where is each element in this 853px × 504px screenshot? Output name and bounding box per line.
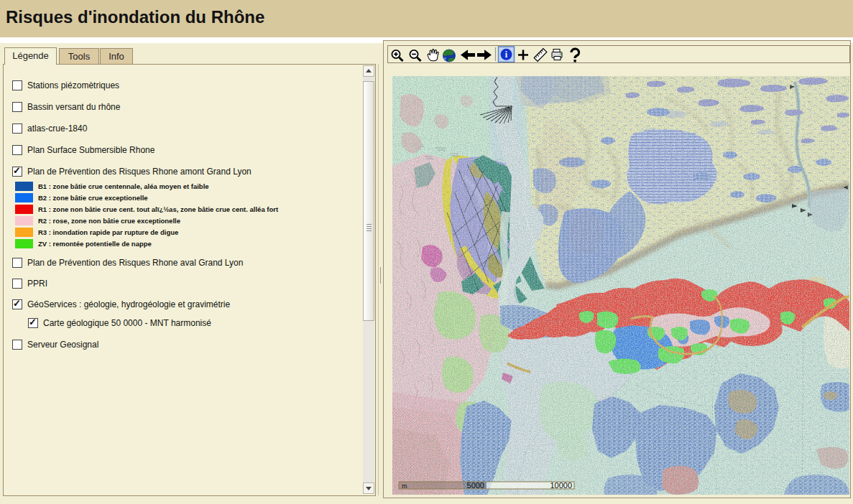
svg-text:5000: 5000 (467, 481, 484, 490)
svg-text:10000: 10000 (550, 481, 572, 490)
svg-text:m: m (402, 482, 407, 490)
